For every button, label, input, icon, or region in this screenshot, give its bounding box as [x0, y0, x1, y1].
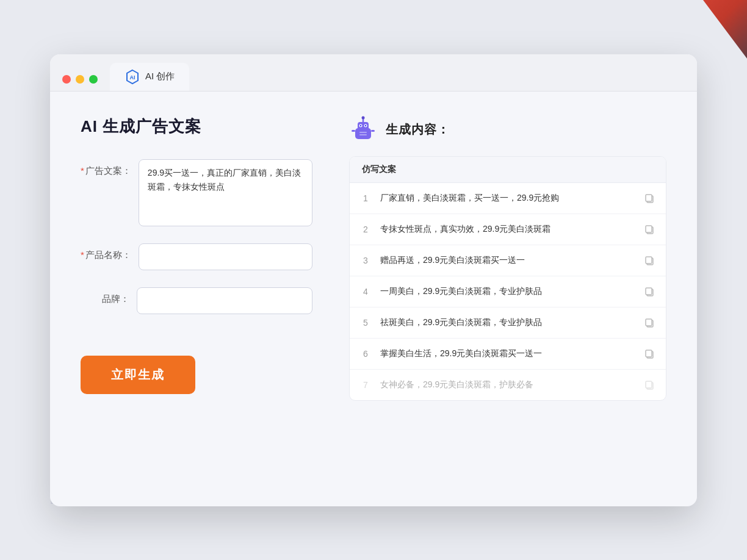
- svg-rect-23: [646, 319, 652, 326]
- row-text: 专抹女性斑点，真实功效，29.9元美白淡斑霜: [380, 223, 634, 235]
- result-header: 生成内容：: [349, 116, 666, 144]
- row-text: 厂家直销，美白淡斑霜，买一送一，29.9元抢购: [380, 192, 634, 204]
- list-item: 6掌握美白生活，29.9元美白淡斑霜买一送一: [350, 339, 666, 370]
- result-list: 1厂家直销，美白淡斑霜，买一送一，29.9元抢购 2专抹女性斑点，真实功效，29…: [350, 183, 666, 400]
- svg-rect-12: [352, 130, 355, 132]
- row-number: 7: [359, 380, 372, 390]
- row-number: 5: [359, 318, 372, 328]
- row-text: 赠品再送，29.9元美白淡斑霜买一送一: [380, 254, 634, 267]
- brand-label: 品牌：: [81, 287, 129, 305]
- list-item: 7女神必备，29.9元美白淡斑霜，护肤必备: [350, 370, 666, 400]
- svg-rect-15: [646, 195, 652, 201]
- copy-icon[interactable]: [643, 223, 656, 236]
- svg-point-9: [365, 124, 366, 126]
- svg-point-8: [360, 124, 361, 126]
- traffic-light-green[interactable]: [89, 75, 98, 84]
- brand-group: 品牌： 好白: [81, 287, 312, 314]
- ad-copy-label: *广告文案：: [81, 159, 131, 177]
- ad-copy-input[interactable]: 29.9买一送一，真正的厂家直销，美白淡斑霜，专抹女性斑点: [139, 159, 312, 226]
- svg-rect-10: [359, 132, 367, 133]
- product-name-input[interactable]: 美白淡斑霜: [139, 243, 312, 270]
- left-panel: AI 生成广告文案 *广告文案： 29.9买一送一，真正的厂家直销，美白淡斑霜，…: [81, 116, 312, 482]
- svg-rect-27: [646, 381, 652, 388]
- traffic-light-yellow[interactable]: [76, 75, 84, 84]
- row-text: 一周美白，29.9元美白淡斑霜，专业护肤品: [380, 285, 634, 298]
- row-text: 女神必备，29.9元美白淡斑霜，护肤必备: [380, 378, 634, 391]
- generate-button[interactable]: 立即生成: [81, 356, 195, 394]
- ad-copy-group: *广告文案： 29.9买一送一，真正的厂家直销，美白淡斑霜，专抹女性斑点: [81, 159, 312, 226]
- row-text: 掌握美白生活，29.9元美白淡斑霜买一送一: [380, 347, 634, 360]
- ai-tab-icon: AI: [125, 69, 140, 85]
- list-item: 2专抹女性斑点，真实功效，29.9元美白淡斑霜: [350, 214, 666, 245]
- result-container: 仿写文案 1厂家直销，美白淡斑霜，买一送一，29.9元抢购 2专抹女性斑点，真实…: [349, 156, 666, 401]
- result-title: 生成内容：: [386, 121, 450, 138]
- right-panel: 生成内容： 仿写文案 1厂家直销，美白淡斑霜，买一送一，29.9元抢购 2专抹女…: [349, 116, 666, 482]
- svg-text:AI: AI: [130, 74, 135, 81]
- row-number: 3: [359, 256, 372, 265]
- row-text: 祛斑美白，29.9元美白淡斑霜，专业护肤品: [380, 316, 634, 329]
- copy-icon[interactable]: [643, 378, 656, 392]
- traffic-lights: [62, 75, 98, 84]
- copy-icon[interactable]: [643, 254, 656, 267]
- svg-rect-11: [359, 134, 367, 135]
- svg-rect-19: [646, 257, 652, 264]
- page-title: AI 生成广告文案: [81, 116, 312, 137]
- svg-rect-25: [646, 350, 652, 357]
- svg-rect-13: [371, 130, 375, 132]
- title-bar: AI AI 创作: [50, 54, 697, 92]
- row-number: 1: [359, 193, 372, 203]
- row-number: 6: [359, 349, 372, 359]
- product-name-label: *产品名称：: [81, 243, 131, 261]
- list-item: 3赠品再送，29.9元美白淡斑霜买一送一: [350, 245, 666, 276]
- required-star-ad: *: [81, 165, 84, 176]
- product-name-group: *产品名称： 美白淡斑霜: [81, 243, 312, 270]
- row-number: 2: [359, 224, 372, 234]
- traffic-light-red[interactable]: [62, 75, 71, 84]
- brand-input[interactable]: 好白: [137, 287, 312, 314]
- list-item: 5祛斑美白，29.9元美白淡斑霜，专业护肤品: [350, 307, 666, 339]
- list-item: 4一周美白，29.9元美白淡斑霜，专业护肤品: [350, 276, 666, 307]
- svg-rect-21: [646, 288, 652, 295]
- svg-rect-17: [646, 226, 652, 232]
- svg-point-5: [362, 116, 365, 119]
- list-item: 1厂家直销，美白淡斑霜，买一送一，29.9元抢购: [350, 183, 666, 214]
- robot-icon: [349, 116, 377, 144]
- result-table-header: 仿写文案: [350, 157, 666, 183]
- copy-icon[interactable]: [643, 192, 656, 205]
- required-star-product: *: [81, 249, 84, 260]
- copy-icon[interactable]: [643, 347, 656, 361]
- copy-icon[interactable]: [643, 316, 656, 329]
- tab-ai-creation[interactable]: AI AI 创作: [110, 63, 189, 91]
- browser-window: AI AI 创作 AI 生成广告文案 *广告文案： 29.9买一送一，真正的厂家…: [50, 54, 697, 506]
- copy-icon[interactable]: [643, 285, 656, 298]
- tab-label: AI 创作: [145, 71, 175, 82]
- row-number: 4: [359, 287, 372, 296]
- main-content: AI 生成广告文案 *广告文案： 29.9买一送一，真正的厂家直销，美白淡斑霜，…: [50, 92, 697, 506]
